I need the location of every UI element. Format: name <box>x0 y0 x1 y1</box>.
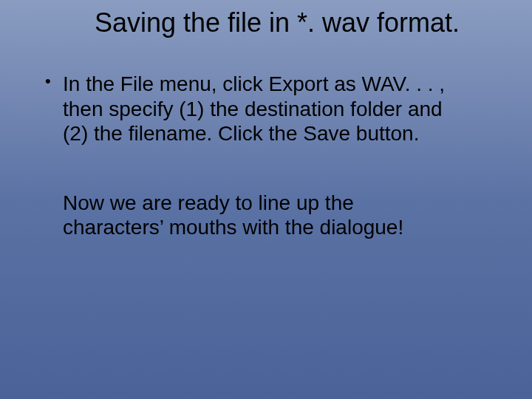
followup-text: Now we are ready to line up the characte… <box>41 191 473 240</box>
slide: Saving the file in *. wav format. In the… <box>0 0 532 399</box>
slide-title: Saving the file in *. wav format. <box>37 7 495 38</box>
bullet-list: In the File menu, click Export as WAV. .… <box>41 72 473 146</box>
slide-body: In the File menu, click Export as WAV. .… <box>37 72 495 240</box>
bullet-item: In the File menu, click Export as WAV. .… <box>41 72 473 146</box>
